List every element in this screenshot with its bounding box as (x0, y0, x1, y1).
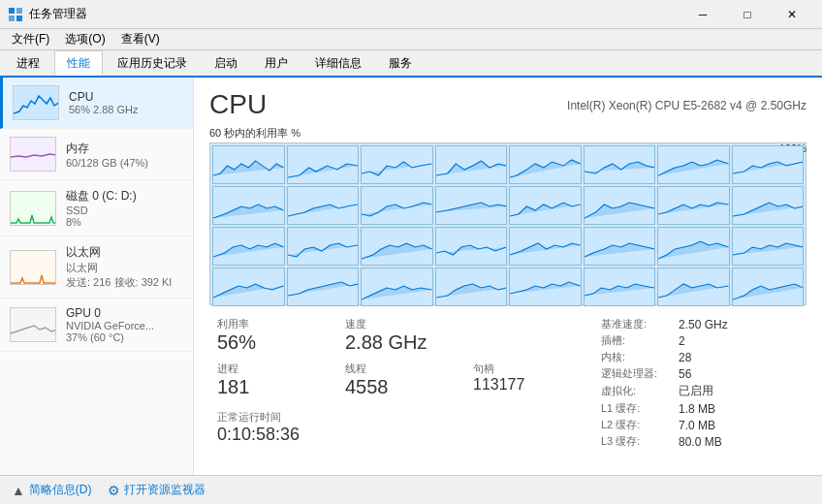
monitor-icon: ⚙ (108, 483, 120, 498)
gpu-info: GPU 0 NVIDIA GeForce... 37% (60 °C) (66, 306, 183, 343)
svg-rect-18 (288, 187, 359, 224)
core-graph-4 (509, 145, 582, 184)
core-graph-27 (435, 268, 508, 306)
disk-sub1: SSD (66, 205, 183, 216)
summary-link[interactable]: 简略信息(D) (29, 482, 92, 498)
menu-view[interactable]: 查看(V) (113, 29, 168, 50)
core-graph-19 (435, 227, 508, 266)
gpu-label: GPU 0 (66, 306, 183, 320)
stat-utilization: 利用率 56% (209, 313, 337, 358)
svg-rect-3 (16, 16, 22, 21)
cpu-model: Intel(R) Xeon(R) CPU E5-2682 v4 @ 2.50GH… (567, 99, 806, 112)
base-speed-key: 基准速度: (601, 317, 679, 331)
uptime-section: 正常运行时间 0:10:58:36 (209, 406, 593, 449)
svg-rect-9 (213, 146, 284, 183)
sidebar-item-memory[interactable]: 内存 60/128 GB (47%) (0, 129, 193, 180)
summary-link-container: ▲ 简略信息(D) (12, 482, 92, 498)
core-graph-21 (584, 227, 656, 266)
maximize-button[interactable]: □ (725, 0, 770, 29)
info-logical: 逻辑处理器: 56 (601, 366, 799, 381)
arrow-up-icon: ▲ (12, 483, 25, 498)
svg-rect-39 (658, 268, 729, 305)
title-bar-text: 任务管理器 (29, 6, 680, 22)
core-graph-22 (657, 227, 730, 266)
core-graph-29 (584, 268, 656, 306)
disk-label: 磁盘 0 (C: D:) (66, 188, 183, 205)
virt-key: 虚拟化: (601, 384, 679, 398)
core-graph-26 (361, 268, 433, 306)
ethernet-label: 以太网 (66, 244, 183, 261)
core-graph-12 (509, 186, 582, 225)
disk-info: 磁盘 0 (C: D:) SSD 8% (66, 188, 183, 228)
memory-info: 内存 60/128 GB (47%) (66, 141, 183, 169)
core-graph-1 (287, 145, 360, 184)
core-graph-3 (435, 145, 508, 184)
tab-users[interactable]: 用户 (252, 50, 300, 76)
sidebar-item-cpu[interactable]: CPU 56% 2.88 GHz (0, 78, 193, 129)
l2-val: 7.0 MB (679, 419, 715, 432)
logical-key: 逻辑处理器: (601, 366, 679, 381)
core-graph-2 (361, 145, 433, 184)
stat-empty (465, 313, 593, 358)
cpu-cores-grid (209, 142, 806, 305)
svg-rect-0 (9, 8, 15, 14)
thread-value: 4558 (345, 376, 458, 398)
tab-performance[interactable]: 性能 (54, 50, 103, 76)
info-l2: L2 缓存: 7.0 MB (601, 418, 799, 432)
core-graph-18 (361, 227, 433, 266)
stats-left: 利用率 56% 速度 2.88 GHz 进程 181 线程 4558 (209, 313, 593, 455)
l1-val: 1.8 MB (679, 402, 715, 416)
monitor-link[interactable]: 打开资源监视器 (124, 482, 206, 498)
tab-bar: 进程 性能 应用历史记录 启动 用户 详细信息 服务 (0, 50, 822, 78)
close-button[interactable]: ✕ (770, 0, 814, 29)
sidebar-item-gpu[interactable]: GPU 0 NVIDIA GeForce... 37% (60 °C) (0, 299, 193, 352)
ethernet-mini-graph (10, 250, 56, 285)
svg-rect-11 (362, 146, 432, 183)
cpu-info: CPU 56% 2.88 GHz (69, 90, 183, 115)
tab-startup[interactable]: 启动 (202, 50, 250, 76)
l2-key: L2 缓存: (601, 418, 679, 432)
cpu-sub: 56% 2.88 GHz (69, 104, 183, 115)
gpu-sub2: 37% (60 °C) (66, 331, 183, 343)
ethernet-sub1: 以太网 (66, 261, 183, 275)
main-content: CPU 56% 2.88 GHz 内存 60/128 GB (47%) (0, 78, 822, 475)
memory-sub: 60/128 GB (47%) (66, 157, 183, 169)
tab-details[interactable]: 详细信息 (302, 50, 374, 76)
menu-file[interactable]: 文件(F) (4, 29, 57, 50)
core-graph-31 (732, 268, 805, 306)
info-l3: L3 缓存: 80.0 MB (601, 434, 799, 449)
stat-speed: 速度 2.88 GHz (337, 313, 465, 358)
uptime-label: 正常运行时间 (217, 410, 585, 425)
tab-process[interactable]: 进程 (4, 50, 52, 76)
core-graph-6 (657, 145, 730, 184)
svg-rect-26 (288, 228, 359, 265)
core-graph-23 (732, 227, 805, 266)
core-graph-15 (732, 186, 805, 225)
title-bar: 任务管理器 ─ □ ✕ (0, 0, 822, 29)
core-graph-7 (732, 145, 805, 184)
thread-label: 线程 (345, 362, 458, 376)
sidebar-item-ethernet[interactable]: 以太网 以太网 发送: 216 接收: 392 Kl (0, 236, 193, 299)
svg-rect-1 (16, 8, 22, 14)
core-key: 内核: (601, 350, 679, 364)
process-value: 181 (217, 376, 330, 398)
core-graph-13 (584, 186, 656, 225)
tab-services[interactable]: 服务 (376, 50, 425, 76)
minimize-button[interactable]: ─ (680, 0, 725, 29)
core-graph-0 (212, 145, 285, 184)
core-graph-9 (287, 186, 360, 225)
info-l1: L1 缓存: 1.8 MB (601, 401, 799, 416)
core-graph-5 (584, 145, 656, 184)
stat-process: 进程 181 (209, 358, 337, 402)
socket-key: 插槽: (601, 333, 679, 348)
handle-label: 句柄 (473, 362, 585, 376)
core-graph-25 (287, 268, 360, 306)
logical-val: 56 (679, 367, 691, 381)
sidebar-item-disk[interactable]: 磁盘 0 (C: D:) SSD 8% (0, 180, 193, 236)
menu-options[interactable]: 选项(O) (57, 29, 112, 50)
stat-handle: 句柄 113177 (465, 358, 593, 402)
info-virt: 虚拟化: 已启用 (601, 383, 799, 399)
core-graph-16 (212, 227, 285, 266)
tab-app-history[interactable]: 应用历史记录 (105, 50, 200, 76)
menu-bar: 文件(F) 选项(O) 查看(V) (0, 29, 822, 50)
